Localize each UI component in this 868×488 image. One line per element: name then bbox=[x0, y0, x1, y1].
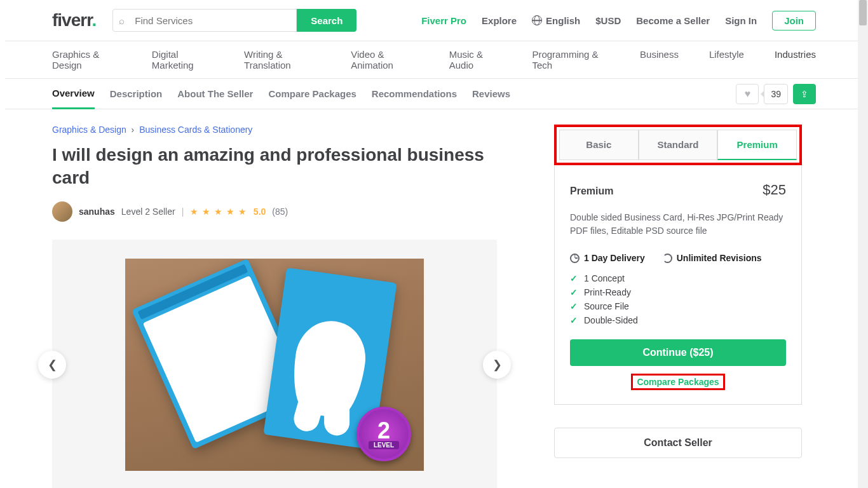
clock-icon bbox=[570, 254, 580, 263]
favorite-button[interactable]: ♥ bbox=[736, 84, 759, 104]
check-icon: ✓ bbox=[570, 287, 578, 297]
tab-basic[interactable]: Basic bbox=[559, 130, 639, 160]
favorite-count: 39 bbox=[764, 84, 788, 104]
package-tabs-highlight: Basic Standard Premium bbox=[554, 125, 802, 165]
cat-music-audio[interactable]: Music & Audio bbox=[449, 41, 502, 78]
nav-pro[interactable]: Fiverr Pro bbox=[421, 15, 466, 26]
breadcrumb-sep: › bbox=[132, 125, 135, 135]
package-description: Double sided Business Card, Hi-Res JPG/P… bbox=[570, 211, 786, 238]
nav-become-seller[interactable]: Become a Seller bbox=[636, 15, 710, 26]
header: fiverr. ⌕ Search Fiverr Pro Explore Engl… bbox=[5, 0, 863, 41]
package-panel: Premium $25 Double sided Business Card, … bbox=[554, 165, 802, 405]
check-icon: ✓ bbox=[570, 273, 578, 283]
check-icon: ✓ bbox=[570, 315, 578, 325]
gignav-about-seller[interactable]: About The Seller bbox=[177, 79, 253, 108]
feature-item: ✓Double-Sided bbox=[570, 315, 786, 325]
gallery-main-image[interactable]: 2 LEVEL bbox=[125, 259, 424, 471]
feature-item: ✓Source File bbox=[570, 301, 786, 311]
cat-video-animation[interactable]: Video & Animation bbox=[351, 41, 418, 78]
gignav-compare-packages[interactable]: Compare Packages bbox=[268, 79, 356, 108]
package-name: Premium bbox=[570, 186, 613, 197]
search-input[interactable] bbox=[112, 9, 297, 32]
join-button[interactable]: Join bbox=[772, 11, 816, 30]
avatar[interactable] bbox=[52, 201, 72, 222]
level-badge: 2 LEVEL bbox=[356, 407, 411, 461]
cat-business[interactable]: Business bbox=[640, 41, 679, 78]
compare-packages-link[interactable]: Compare Packages bbox=[631, 374, 724, 390]
seller-name[interactable]: sanuhas bbox=[79, 207, 115, 217]
logo[interactable]: fiverr. bbox=[52, 10, 96, 30]
rating-value: 5.0 bbox=[254, 207, 266, 217]
top-nav: Fiverr Pro Explore English $USD Become a… bbox=[421, 11, 816, 30]
globe-icon bbox=[532, 15, 542, 25]
gig-gallery: ❮ 2 LEVEL ❯ bbox=[52, 240, 497, 488]
breadcrumb-subcategory[interactable]: Business Cards & Stationery bbox=[139, 125, 252, 135]
gignav-description[interactable]: Description bbox=[110, 79, 163, 108]
breadcrumb: Graphics & Design › Business Cards & Sta… bbox=[52, 125, 497, 135]
cat-lifestyle[interactable]: Lifestyle bbox=[709, 41, 744, 78]
share-icon: ⇪ bbox=[801, 89, 808, 99]
seller-level: Level 2 Seller bbox=[121, 207, 175, 217]
check-icon: ✓ bbox=[570, 301, 578, 311]
nav-currency[interactable]: $USD bbox=[595, 15, 621, 26]
share-button[interactable]: ⇪ bbox=[793, 84, 816, 104]
seller-row: sanuhas Level 2 Seller | ★ ★ ★ ★ ★ 5.0 (… bbox=[52, 201, 497, 222]
revisions: Unlimited Revisions bbox=[663, 253, 762, 263]
cat-digital-marketing[interactable]: Digital Marketing bbox=[152, 41, 214, 78]
gignav-reviews[interactable]: Reviews bbox=[472, 79, 510, 108]
nav-signin[interactable]: Sign In bbox=[725, 15, 757, 26]
cat-graphics-design[interactable]: Graphics & Design bbox=[52, 41, 121, 78]
gallery-prev[interactable]: ❮ bbox=[38, 351, 66, 379]
delivery-time: 1 Day Delivery bbox=[570, 253, 645, 263]
refresh-icon bbox=[663, 254, 672, 263]
search-button[interactable]: Search bbox=[297, 9, 356, 32]
contact-seller-button[interactable]: Contact Seller bbox=[554, 428, 802, 458]
cat-programming-tech[interactable]: Programming & Tech bbox=[532, 41, 609, 78]
gig-nav: Overview Description About The Seller Co… bbox=[5, 79, 863, 109]
scrollbar-thumb[interactable] bbox=[859, 0, 867, 25]
category-nav: Graphics & Design Digital Marketing Writ… bbox=[5, 41, 863, 79]
tab-premium[interactable]: Premium bbox=[717, 130, 797, 160]
search-box: ⌕ Search bbox=[112, 9, 356, 32]
star-icons: ★ ★ ★ ★ ★ bbox=[190, 207, 247, 217]
gignav-recommendations[interactable]: Recommendations bbox=[372, 79, 457, 108]
tab-standard[interactable]: Standard bbox=[639, 130, 718, 160]
feature-item: ✓1 Concept bbox=[570, 273, 786, 283]
feature-item: ✓Print-Ready bbox=[570, 287, 786, 297]
continue-button[interactable]: Continue ($25) bbox=[570, 339, 786, 366]
cat-writing-translation[interactable]: Writing & Translation bbox=[244, 41, 320, 78]
gignav-overview[interactable]: Overview bbox=[52, 79, 95, 109]
package-price: $25 bbox=[763, 182, 786, 198]
breadcrumb-category[interactable]: Graphics & Design bbox=[52, 125, 126, 135]
nav-explore[interactable]: Explore bbox=[482, 15, 517, 26]
review-count: (85) bbox=[272, 207, 288, 217]
nav-language[interactable]: English bbox=[532, 15, 580, 26]
scrollbar[interactable] bbox=[858, 0, 868, 488]
heart-icon: ♥ bbox=[745, 88, 751, 100]
cat-industries[interactable]: Industries bbox=[775, 41, 816, 78]
page-title: I will design an amazing and professiona… bbox=[52, 144, 497, 190]
gallery-next[interactable]: ❯ bbox=[483, 351, 511, 379]
search-icon: ⌕ bbox=[119, 15, 125, 26]
